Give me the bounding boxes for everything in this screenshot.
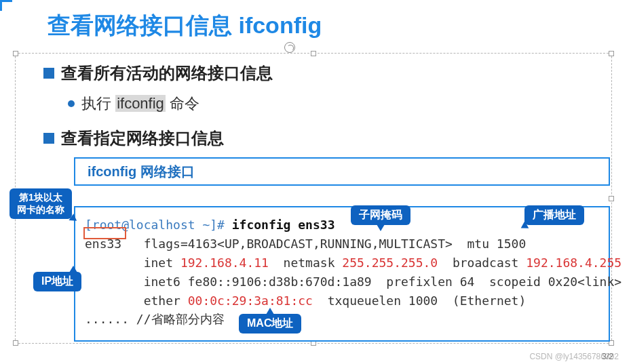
ip-address-value: 192.168.4.11: [180, 256, 269, 270]
command-syntax-text: ifconfig 网络接口: [75, 163, 195, 181]
shell-command: ifconfig ens33: [232, 218, 335, 232]
callout-pointer-icon: [69, 266, 77, 272]
callout-broadcast: 广播地址: [524, 205, 584, 225]
callout-nic-name: 第1块以太 网卡的名称: [9, 188, 72, 219]
resize-handle-icon[interactable]: [609, 51, 614, 56]
bullet-text: 查看指定网络接口信息: [61, 127, 224, 149]
callout-label: IP地址: [41, 275, 73, 287]
corner-accent: [0, 0, 12, 11]
text-post: 命令: [166, 95, 199, 112]
resize-handle-icon[interactable]: [13, 340, 18, 346]
terminal-text: inet: [85, 256, 180, 270]
callout-subnet-mask: 子网掩码: [351, 205, 410, 225]
mac-address-value: 00:0c:29:3a:81:cc: [188, 294, 313, 308]
highlighted-command: ifconfig: [115, 95, 166, 112]
resize-handle-icon[interactable]: [311, 51, 316, 56]
square-bullet-icon: [43, 68, 54, 79]
bullet-text: 执行 ifconfig 命令: [81, 94, 199, 114]
callout-label: 第1块以太 网卡的名称: [17, 192, 64, 215]
terminal-text: broadcast: [438, 256, 526, 270]
resize-handle-icon[interactable]: [13, 51, 18, 56]
bullet-level1: 查看所有活动的网络接口信息: [43, 62, 273, 84]
bullet-text: 查看所有活动的网络接口信息: [61, 62, 273, 84]
bullet-level2: 执行 ifconfig 命令: [68, 94, 199, 114]
rotate-handle-icon[interactable]: [284, 42, 295, 53]
terminal-output-box: [root@localhost ~]# ifconfig ens33 ens33…: [74, 206, 610, 342]
nic-name-highlight: [83, 227, 126, 239]
callout-pointer-icon: [377, 224, 385, 231]
terminal-line: inet6 fe80::9106:d38b:670d:1a89 prefixle…: [85, 275, 622, 289]
square-bullet-icon: [43, 133, 54, 144]
dot-bullet-icon: [68, 100, 75, 107]
callout-label: 子网掩码: [359, 209, 402, 220]
terminal-line: ens33 flags=4163<UP,BROADCAST,RUNNING,MU…: [85, 237, 526, 251]
slide-title: 查看网络接口信息 ifconfig: [47, 10, 322, 41]
text-pre: 执行: [81, 95, 115, 112]
callout-label: 广播地址: [533, 209, 576, 220]
page-number: 3/2: [602, 352, 613, 361]
callout-label: MAC地址: [247, 317, 293, 329]
terminal-content: [root@localhost ~]# ifconfig ens33 ens33…: [85, 216, 599, 329]
callout-mac-address: MAC地址: [239, 314, 301, 333]
netmask-value: 255.255.255.0: [342, 256, 438, 270]
bullet-level1: 查看指定网络接口信息: [43, 127, 224, 149]
command-syntax-box: ifconfig 网络接口: [74, 157, 610, 186]
resize-handle-icon[interactable]: [609, 196, 614, 201]
callout-pointer-icon: [266, 308, 274, 315]
terminal-line: ...... //省略部分内容: [85, 312, 225, 326]
terminal-text: txqueuelen 1000 (Ethernet): [313, 294, 526, 308]
callout-ip-address: IP地址: [33, 272, 81, 291]
broadcast-value: 192.168.4.255: [526, 256, 622, 270]
terminal-text: netmask: [269, 256, 342, 270]
terminal-text: ether: [85, 294, 188, 308]
